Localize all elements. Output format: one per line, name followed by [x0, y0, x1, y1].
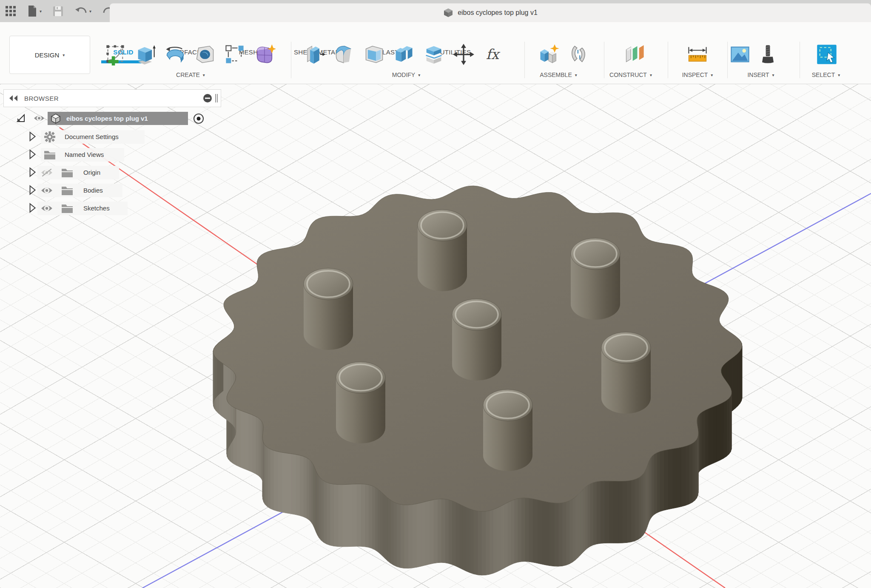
viewport-3d[interactable] — [0, 84, 871, 588]
group-separator — [668, 42, 668, 78]
measure-button[interactable] — [685, 41, 710, 68]
modify-group: fx — [302, 41, 506, 68]
create-group — [103, 41, 277, 68]
browser-item-label: Sketches — [83, 205, 110, 212]
create-sketch-button[interactable] — [103, 41, 128, 68]
construct-plane-button[interactable] — [622, 41, 647, 68]
fillet-icon — [333, 43, 356, 65]
select-group — [814, 41, 839, 68]
browser-header: BROWSER — [3, 89, 221, 107]
expand-arrow-icon[interactable] — [27, 185, 37, 196]
document-cube-icon — [443, 8, 453, 18]
save-button[interactable] — [53, 6, 63, 17]
create-sketch-icon — [105, 43, 127, 65]
select-button[interactable] — [814, 41, 839, 68]
new-component-button[interactable] — [536, 41, 561, 68]
activate-component-radio-icon[interactable] — [192, 112, 205, 125]
root-item-label: eibos cyclopes top plug v1 — [66, 115, 148, 122]
hole-button[interactable] — [193, 41, 217, 68]
inspect-group-label[interactable]: INSPECT▾ — [682, 71, 713, 78]
folder-icon — [43, 149, 56, 160]
root-expand-icon[interactable] — [15, 113, 26, 123]
insert-mcmaster-button[interactable] — [755, 41, 780, 68]
panel-grip-icon[interactable] — [215, 93, 218, 103]
folder-icon — [61, 203, 74, 214]
extrude-icon — [134, 43, 157, 65]
expand-arrow-icon[interactable] — [27, 149, 37, 160]
offset-face-button[interactable] — [421, 41, 446, 68]
move-icon — [453, 43, 475, 65]
shell-button[interactable] — [362, 41, 387, 68]
document-tab[interactable]: eibos cyclopes top plug v1 — [110, 3, 871, 22]
fillet-button[interactable] — [332, 41, 357, 68]
titlebar: ▾ ▾ ▾ eibos cyclopes top plug v1 — [0, 0, 871, 22]
joint-icon — [567, 43, 589, 65]
group-separator — [800, 42, 800, 78]
pattern-button[interactable] — [222, 41, 247, 68]
inspect-group — [685, 41, 710, 68]
browser-item-label: Bodies — [83, 187, 103, 194]
assemble-group-label[interactable]: ASSEMBLE▾ — [540, 71, 577, 78]
joint-button[interactable] — [566, 41, 591, 68]
browser-item-label: Named Views — [65, 151, 104, 158]
group-separator — [604, 42, 604, 78]
canvas-icon — [729, 43, 751, 65]
expand-arrow-icon[interactable] — [27, 202, 37, 213]
new-component-icon — [538, 43, 560, 65]
undo-button[interactable]: ▾ — [74, 6, 91, 17]
change-parameters-button[interactable]: fx — [481, 41, 506, 68]
revolve-icon — [164, 43, 186, 65]
fusion-window: ▾ ▾ ▾ eibos cyclopes top plug v1 SOLID S… — [0, 0, 871, 588]
move-copy-button[interactable] — [451, 41, 476, 68]
file-menu-button[interactable]: ▾ — [27, 5, 42, 17]
save-icon — [53, 6, 63, 17]
select-icon — [816, 43, 838, 65]
shell-icon — [363, 43, 385, 65]
gear-icon — [43, 131, 56, 143]
browser-item-label: Origin — [83, 169, 100, 176]
undo-icon — [74, 6, 87, 17]
insert-group — [728, 41, 780, 68]
bolt-icon — [757, 43, 779, 65]
browser-root-item[interactable]: eibos cyclopes top plug v1 — [48, 112, 188, 125]
insert-group-label[interactable]: INSERT▾ — [747, 71, 774, 78]
press-pull-icon — [304, 43, 326, 65]
select-group-label[interactable]: SELECT▾ — [812, 71, 840, 78]
design-menu-label: DESIGN — [35, 51, 60, 59]
extrude-button[interactable] — [133, 41, 158, 68]
modify-group-label[interactable]: MODIFY▾ — [392, 71, 420, 78]
form-button[interactable] — [252, 41, 277, 68]
design-menu-button[interactable]: DESIGN ▾ — [9, 36, 90, 74]
construct-group-label[interactable]: CONSTRUCT▾ — [609, 71, 652, 78]
fx-glyph: fx — [486, 46, 501, 62]
root-cube-icon — [50, 113, 61, 124]
ribbon: SOLID SURFACE MESH SHEET METAL PLASTIC U… — [0, 22, 871, 84]
eye-visible-icon[interactable] — [40, 186, 53, 195]
folder-icon — [61, 185, 74, 196]
expand-arrow-icon[interactable] — [27, 131, 37, 142]
create-group-label[interactable]: CREATE▾ — [176, 71, 205, 78]
model-canvas[interactable] — [0, 84, 871, 588]
eye-hidden-icon[interactable] — [40, 168, 53, 177]
group-separator — [524, 42, 525, 78]
combine-button[interactable] — [392, 41, 416, 68]
revolve-button[interactable] — [163, 41, 188, 68]
hide-panel-icon[interactable] — [203, 94, 212, 103]
app-grid-button[interactable] — [5, 6, 16, 17]
construct-plane-icon — [623, 43, 646, 65]
press-pull-button[interactable] — [302, 41, 327, 68]
group-separator — [291, 42, 291, 78]
browser-panel-title: BROWSER — [24, 95, 59, 102]
folder-icon — [61, 167, 74, 178]
undo-caret: ▾ — [89, 9, 91, 14]
eye-visible-icon[interactable] — [40, 204, 53, 213]
document-title: eibos cyclopes top plug v1 — [458, 9, 538, 17]
measure-icon — [686, 43, 709, 65]
assemble-group — [536, 41, 591, 68]
expand-arrow-icon[interactable] — [27, 167, 37, 178]
file-menu-caret: ▾ — [40, 9, 42, 14]
hole-icon — [194, 43, 216, 65]
insert-canvas-button[interactable] — [728, 41, 752, 68]
root-visibility-eye-icon[interactable] — [33, 114, 45, 122]
collapse-panel-icon[interactable] — [9, 95, 18, 102]
